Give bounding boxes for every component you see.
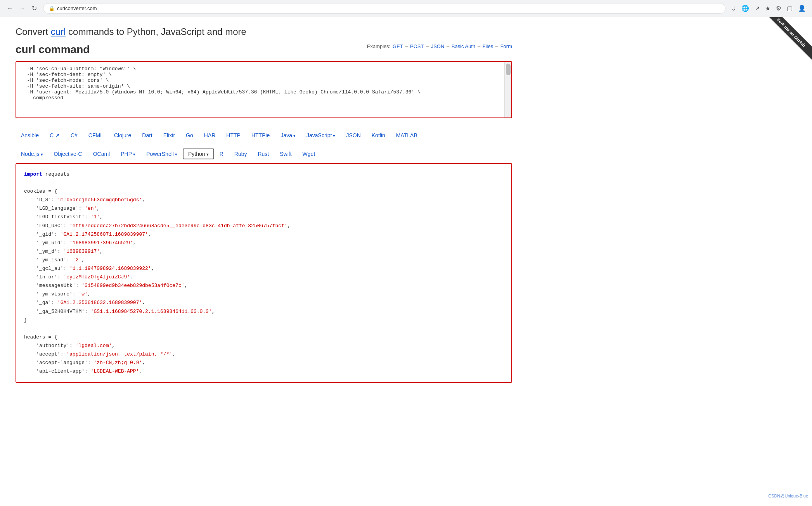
output-header-api-client: 'api-client-app': 'LGDEAL-WEB-APP',: [24, 367, 504, 376]
output-headers-open: headers = {: [24, 333, 504, 342]
nav-buttons: ← → ↻: [5, 3, 39, 14]
tab-go[interactable]: Go: [180, 130, 199, 141]
output-cookie-ym-visorc: '_ym_visorc': 'w',: [24, 290, 504, 299]
example-get[interactable]: GET: [393, 43, 403, 49]
output-cookie-ga: '_ga': 'GA1.2.350618632.1689839907',: [24, 299, 504, 307]
output-header-accept-lang: 'accept-language': 'zh-CN,zh;q=0.9',: [24, 359, 504, 367]
output-line-1: import requests: [24, 170, 504, 179]
output-container: import requests cookies = { 'D_S': 'mlb5…: [16, 163, 512, 383]
output-header-accept: 'accept': 'application/json, text/plain,…: [24, 350, 504, 359]
output-cookie-gid: '_gid': 'GA1.2.1742586071.1689839907',: [24, 230, 504, 239]
example-basic-auth[interactable]: Basic Auth: [452, 43, 475, 49]
examples-row: Examples: GET – POST – JSON – Basic Auth…: [366, 43, 512, 49]
section-title: curl command: [16, 43, 90, 56]
profile-button[interactable]: 👤: [796, 3, 807, 14]
output-cookies-open: cookies = {: [24, 187, 504, 196]
tab-elixir[interactable]: Elixir: [158, 130, 180, 141]
curl-input[interactable]: -H 'sec-ch-ua-platform: "Windows"' \ -H …: [16, 62, 511, 116]
tab-java[interactable]: Java: [275, 130, 301, 141]
output-blank-2: [24, 325, 504, 333]
tab-ocaml[interactable]: OCaml: [88, 149, 116, 159]
scrollbar-thumb: [506, 64, 511, 75]
output-cookie-gcl-au: '_gcl_au': '1.1.1947098924.1689839922',: [24, 264, 504, 273]
tab-matlab[interactable]: MATLAB: [391, 130, 423, 141]
tab-har[interactable]: HAR: [199, 130, 221, 141]
tab-dart[interactable]: Dart: [137, 130, 158, 141]
forward-button[interactable]: →: [17, 3, 28, 14]
tab-clojure[interactable]: Clojure: [109, 130, 137, 141]
example-form[interactable]: Form: [500, 43, 512, 49]
output-cookie-messages-utk: 'messagesUtk': '0154899ed9b34eeb829dbe53…: [24, 281, 504, 290]
examples-label: Examples:: [367, 43, 391, 49]
tab-kotlin[interactable]: Kotlin: [366, 130, 391, 141]
example-files[interactable]: Files: [483, 43, 493, 49]
tab-httpie[interactable]: HTTPie: [246, 130, 275, 141]
tab-rust[interactable]: Rust: [252, 149, 274, 159]
tab-ruby[interactable]: Ruby: [229, 149, 253, 159]
lang-tabs-row1: Ansible C ↗ C# CFML Clojure Dart Elixir …: [16, 126, 512, 145]
page-title: Convert curl commands to Python, JavaScr…: [16, 26, 512, 37]
tab-c[interactable]: C ↗: [44, 130, 65, 141]
output-cookie-ym-isad: '_ym_isad': '2',: [24, 256, 504, 264]
curl-input-container: -H 'sec-ch-ua-platform: "Windows"' \ -H …: [16, 61, 512, 118]
tab-wget[interactable]: Wget: [297, 149, 321, 159]
tab-swift[interactable]: Swift: [274, 149, 297, 159]
layout-button[interactable]: ▢: [785, 3, 794, 14]
example-json[interactable]: JSON: [431, 43, 445, 49]
extensions-button[interactable]: ⚙: [774, 3, 783, 14]
tab-http[interactable]: HTTP: [221, 130, 246, 141]
download-button[interactable]: ⇓: [729, 3, 738, 14]
tab-nodejs[interactable]: Node.js: [16, 149, 48, 159]
output-cookie-ds: 'D_S': 'mlb5orcjhc563dcmgqbhot5gds',: [24, 196, 504, 204]
browser-chrome: ← → ↻ 🔒 curlconverter.com ⇓ 🌐 ↗ ★ ⚙ ▢ 👤: [0, 0, 812, 17]
fork-ribbon[interactable]: Fork me on GitHub: [762, 17, 812, 67]
output-cookie-ym-d: '_ym_d': '1689839917',: [24, 247, 504, 256]
output-header-authority: 'authority': 'lgdeal.com',: [24, 342, 504, 350]
bookmark-button[interactable]: ★: [764, 3, 772, 14]
title-suffix: commands to Python, JavaScript and more: [66, 26, 246, 37]
tab-ansible[interactable]: Ansible: [16, 130, 44, 141]
example-post[interactable]: POST: [410, 43, 424, 49]
lang-tabs-row2: Node.js Objective-C OCaml PHP PowerShell…: [16, 145, 512, 163]
keyword-import: import: [24, 171, 42, 177]
title-prefix: Convert: [16, 26, 51, 37]
output-cookie-lgd-first: 'LGD_firstVisit': '1',: [24, 213, 504, 221]
share-button[interactable]: ↗: [753, 3, 761, 14]
output-cookies-close: }: [24, 316, 504, 325]
module-name: requests: [42, 171, 69, 177]
output-cookie-ln-or: 'ln_or': 'eyIzMTUzOTg4IjoiZCJ9',: [24, 273, 504, 281]
url-text: curlconverter.com: [57, 5, 97, 11]
reload-button[interactable]: ↻: [29, 3, 39, 14]
tab-powershell[interactable]: PowerShell: [141, 149, 183, 159]
output-blank-1: [24, 179, 504, 187]
browser-actions: ⇓ 🌐 ↗ ★ ⚙ ▢ 👤: [729, 3, 807, 14]
back-button[interactable]: ←: [5, 3, 16, 14]
output-cookie-lgd-usc: 'LGD_USC': 'eff97eddcdca27b72bdd3246668a…: [24, 222, 504, 230]
tab-csharp[interactable]: C#: [65, 130, 83, 141]
address-bar[interactable]: 🔒 curlconverter.com: [43, 3, 725, 14]
tab-r[interactable]: R: [214, 149, 229, 159]
tab-javascript[interactable]: JavaScript: [301, 130, 341, 141]
tab-json[interactable]: JSON: [341, 130, 366, 141]
scrollbar[interactable]: [504, 62, 511, 117]
output-cookie-ym-uid: '_ym_uid': '1689839917396746529',: [24, 239, 504, 247]
lock-icon: 🔒: [49, 6, 55, 11]
translate-button[interactable]: 🌐: [740, 3, 751, 14]
tab-cfml[interactable]: CFML: [83, 130, 109, 141]
output-cookie-lgd-lang: 'LGD_language': 'en',: [24, 204, 504, 213]
fork-ribbon-text: Fork me on GitHub: [764, 17, 812, 60]
page-content: Convert curl commands to Python, JavaScr…: [0, 17, 528, 398]
output-cookie-ga-52: '_ga_52H0H4VTHM': 'GS1.1.1689845270.2.1.…: [24, 307, 504, 316]
tab-php[interactable]: PHP: [115, 149, 141, 159]
curl-link[interactable]: curl: [51, 26, 66, 37]
tab-objc[interactable]: Objective-C: [48, 149, 88, 159]
tab-python[interactable]: Python: [183, 149, 214, 159]
